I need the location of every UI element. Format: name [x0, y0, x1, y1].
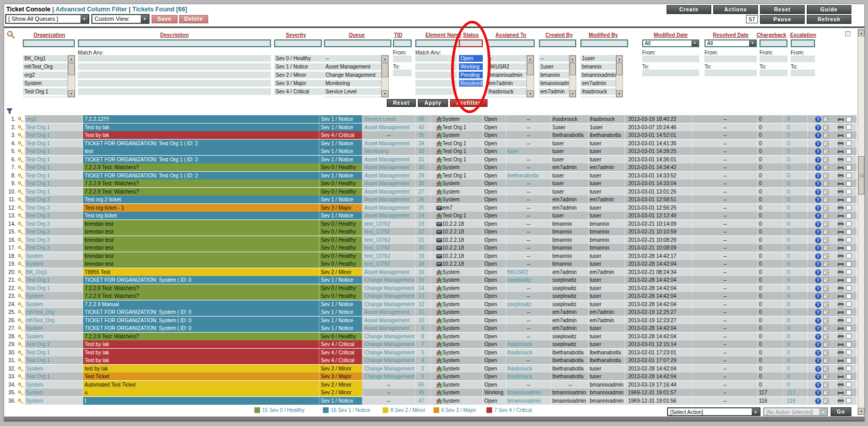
assigned-link[interactable]: sseplowitz	[507, 277, 531, 283]
row-checkbox[interactable]	[846, 374, 851, 379]
escalation-link[interactable]: 0	[787, 358, 790, 363]
queue-link[interactable]: Asset Management	[364, 141, 409, 146]
key-icon[interactable]	[18, 220, 25, 228]
scroll-down-icon[interactable]: ▼	[527, 90, 534, 97]
description-cell[interactable]: 7.2.2.12!!!!	[83, 115, 319, 123]
assigned-link[interactable]: sseplowitz	[507, 301, 531, 307]
note-icon[interactable]	[823, 212, 829, 219]
row-checkbox[interactable]	[846, 189, 851, 194]
info-icon[interactable]	[815, 188, 821, 196]
row-checkbox[interactable]	[846, 197, 851, 202]
chevron-down-icon[interactable]: ▼	[749, 40, 756, 46]
row-checkbox[interactable]	[846, 350, 851, 355]
description-cell[interactable]: Automated Test Ticket	[83, 381, 319, 389]
info-icon[interactable]	[815, 373, 821, 380]
print-icon[interactable]	[837, 340, 844, 348]
assigned-link[interactable]: ihasbrouck	[507, 366, 532, 372]
description-cell[interactable]: brendan test	[83, 260, 319, 268]
queue-link[interactable]: test_13762	[364, 221, 390, 227]
tid-link[interactable]: 24	[418, 213, 424, 218]
tid-filter-input[interactable]	[393, 39, 412, 47]
tid-link[interactable]: 11	[419, 309, 424, 315]
escalation-link[interactable]: 0	[787, 229, 790, 235]
description-cell[interactable]: 7.2.2.9 Test: Watchers?	[83, 333, 319, 340]
organization-link[interactable]: Test Org 1	[26, 189, 50, 195]
info-icon[interactable]	[815, 260, 821, 268]
escalation-link[interactable]: 0	[787, 318, 790, 323]
chevron-down-icon[interactable]: ▼	[691, 40, 698, 46]
queue-link[interactable]: test_13762	[364, 245, 390, 251]
description-cell[interactable]: Test Ticket	[83, 373, 319, 380]
severity-filter-input[interactable]	[274, 39, 322, 47]
key-icon[interactable]	[18, 140, 25, 147]
row-checkbox[interactable]	[846, 269, 851, 274]
custom-view-select[interactable]: Custom View:▼	[91, 14, 150, 24]
queue-option[interactable]: Change Management	[324, 72, 381, 78]
organization-link[interactable]: Test Org 1	[26, 181, 50, 186]
description-cell[interactable]: TICKET FOR ORGANIZATION: System | ID: 0	[83, 317, 319, 324]
created-by-option[interactable]: bmannix	[539, 72, 569, 78]
row-checkbox[interactable]	[846, 117, 851, 122]
queue-link[interactable]: Change Management	[364, 293, 414, 299]
organization-filter-input[interactable]	[23, 39, 75, 47]
queue-list-scrollbar[interactable]: ▲▼	[381, 55, 389, 98]
key-icon[interactable]	[18, 284, 25, 292]
tid-link[interactable]: 69	[418, 116, 424, 122]
queue-link[interactable]: Asset Management	[364, 157, 409, 162]
select-action-dropdown[interactable]: [Select Action]▼	[667, 407, 761, 416]
row-checkbox[interactable]	[846, 165, 851, 170]
assigned-filter-input[interactable]	[487, 39, 535, 47]
row-checkbox[interactable]	[846, 205, 851, 210]
scroll-up-icon[interactable]: ▲	[858, 30, 864, 36]
tid-link[interactable]: 22	[418, 229, 424, 235]
print-icon[interactable]	[837, 156, 844, 163]
print-icon[interactable]	[837, 228, 844, 236]
row-checkbox[interactable]	[846, 398, 851, 403]
print-icon[interactable]	[837, 180, 844, 187]
note-icon[interactable]	[823, 333, 829, 340]
escalation-link[interactable]: 0	[787, 116, 790, 122]
escalation-link[interactable]: 0	[787, 181, 790, 186]
description-cell[interactable]: TICKET FOR ORGANIZATION: Test Org 1 | ID…	[83, 140, 319, 147]
info-icon[interactable]	[815, 236, 821, 244]
description-cell[interactable]: brendan test	[83, 252, 319, 260]
tid-link[interactable]: 1	[421, 374, 424, 379]
organization-link[interactable]: org2	[26, 116, 36, 122]
print-icon[interactable]	[837, 365, 844, 373]
queue-link[interactable]: Asset Management	[364, 173, 409, 178]
organization-option[interactable]: Test Org 2	[23, 97, 67, 98]
created-by-listbox[interactable]: --1userbmannixbmannixadminem7adminihasbr…	[539, 55, 569, 98]
key-icon[interactable]	[18, 260, 25, 268]
print-icon[interactable]	[837, 172, 844, 180]
key-icon[interactable]	[18, 228, 25, 236]
organization-link[interactable]: Test Org 2	[26, 229, 50, 235]
queue-select[interactable]: [ Show All Queues ]▼	[5, 14, 89, 24]
print-icon[interactable]	[837, 317, 844, 324]
tid-link[interactable]: 30	[418, 164, 424, 170]
note-icon[interactable]	[823, 300, 829, 308]
info-icon[interactable]	[815, 244, 821, 252]
description-cell[interactable]: brendan test	[83, 220, 319, 228]
assigned-option[interactable]: bmannixadmin	[487, 72, 526, 78]
tid-link[interactable]: 13	[418, 293, 424, 299]
organization-link[interactable]: mhTest_Org	[26, 318, 54, 323]
row-checkbox[interactable]	[846, 262, 851, 267]
actions-button[interactable]: Actions	[713, 5, 758, 14]
note-icon[interactable]	[823, 260, 829, 268]
print-icon[interactable]	[837, 389, 844, 396]
queue-link[interactable]: Asset Management	[364, 181, 409, 186]
tid-link[interactable]: 5	[421, 350, 424, 355]
escalation-from-input[interactable]	[791, 56, 815, 62]
escalation-filter-input[interactable]	[791, 39, 815, 47]
description-filter-input[interactable]	[78, 39, 271, 47]
col-header-assigned-to[interactable]: Assigned To	[483, 32, 539, 38]
row-checkbox[interactable]	[846, 237, 851, 242]
filter-funnel-icon[interactable]	[6, 108, 13, 115]
queue-link[interactable]: test_13762	[364, 229, 390, 235]
print-icon[interactable]	[837, 115, 844, 123]
key-icon[interactable]	[18, 389, 25, 396]
assigned-option[interactable]: em7admin	[487, 80, 526, 87]
row-checkbox[interactable]	[846, 366, 851, 371]
organization-link[interactable]: Test Org 2	[26, 237, 50, 243]
match-any-row-input[interactable]	[415, 80, 457, 87]
